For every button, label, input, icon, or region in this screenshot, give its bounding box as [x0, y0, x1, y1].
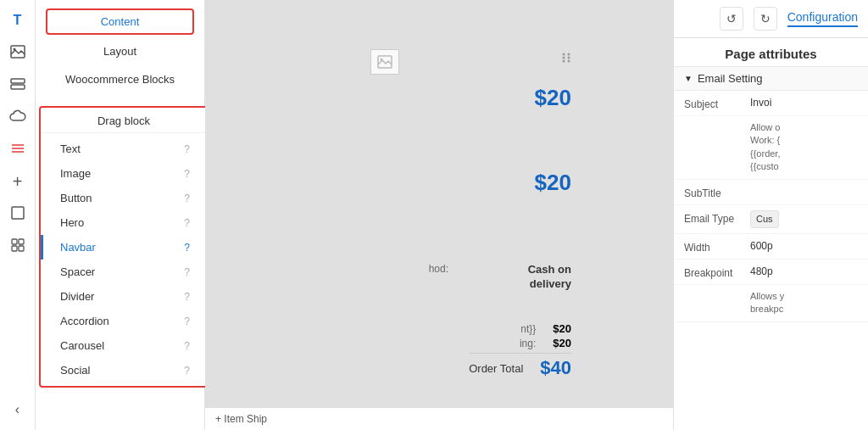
drag-item-image-label: Image	[60, 167, 181, 180]
help-icon-accordion: ?	[184, 316, 190, 327]
grid-icon	[11, 238, 25, 254]
right-panel-header: ↺ ↻ Configuration	[674, 0, 868, 38]
svg-rect-7	[12, 207, 24, 219]
breakpoint-value: 480p	[750, 265, 858, 279]
drag-item-hero[interactable]: Hero ?	[41, 210, 207, 235]
payment-method-block: hod: Cash ondelivery	[528, 263, 571, 292]
help-icon-hero: ?	[184, 217, 190, 229]
drag-item-social[interactable]: Social ?	[41, 358, 207, 383]
subject-detail-label	[684, 121, 743, 124]
config-row-subtitle: SubTitle	[674, 180, 868, 205]
config-row-email-type: Email Type Cus	[674, 205, 868, 234]
plus-icon: +	[13, 172, 23, 192]
right-panel: ↺ ↻ Configuration Page attributes ▼ Emai…	[673, 0, 868, 430]
drag-panel-list: Text ? Image ? Button ? Hero ? Navbar ? …	[41, 133, 207, 386]
drag-panel-header: Drag block	[41, 108, 207, 133]
email-type-tag: Cus	[750, 210, 779, 228]
svg-point-15	[568, 53, 570, 56]
price-value-1: $20	[535, 85, 571, 110]
left-panel: Content Layout Woocommerce Blocks Drag b…	[36, 0, 205, 430]
svg-rect-10	[12, 246, 17, 251]
drag-item-spacer-label: Spacer	[60, 265, 181, 278]
collapse-icon: ‹	[15, 402, 19, 417]
drag-item-button-label: Button	[60, 192, 181, 204]
config-row-subject-detail: Allow o Work: { {{order, {{custo	[674, 116, 868, 180]
layout-icon-btn[interactable]	[4, 71, 31, 98]
help-icon-carousel: ?	[184, 340, 190, 352]
drag-item-carousel-label: Carousel	[60, 339, 181, 352]
section-arrow-icon: ▼	[684, 74, 693, 83]
image-icon	[10, 45, 25, 61]
drag-item-carousel[interactable]: Carousel ?	[41, 333, 207, 358]
email-type-value: Cus	[750, 210, 858, 228]
image-icon-btn[interactable]	[4, 39, 31, 66]
price-value-2: $20	[535, 170, 571, 195]
email-setting-section[interactable]: ▼ Email Setting	[674, 66, 868, 91]
tab-content[interactable]: Content	[46, 8, 194, 35]
svg-rect-2	[11, 79, 25, 83]
square-icon	[11, 206, 25, 222]
drag-item-divider[interactable]: Divider ?	[41, 284, 207, 309]
help-icon-text: ?	[184, 143, 190, 155]
undo-button[interactable]: ↺	[720, 7, 743, 31]
text-icon-btn[interactable]: T	[4, 7, 31, 34]
shipping-label: ing:	[520, 338, 536, 349]
drag-item-spacer[interactable]: Spacer ?	[41, 260, 207, 284]
cloud-icon-btn[interactable]	[4, 103, 31, 131]
svg-point-16	[563, 57, 565, 59]
left-panel-tabs: Content Layout Woocommerce Blocks	[36, 0, 204, 99]
order-total-value: $40	[540, 357, 571, 379]
svg-point-18	[563, 60, 565, 63]
width-value: 600p	[750, 239, 858, 254]
grid-icon-btn[interactable]	[4, 232, 31, 260]
config-row-breakpoint: Breakpoint 480p	[674, 260, 868, 285]
config-row-breakpoint-detail: Allows y breakpc	[674, 285, 868, 322]
subject-detail-value: Allow o Work: { {{order, {{custo	[750, 121, 858, 174]
subject-value: Invoi	[750, 96, 858, 110]
help-icon-button: ?	[184, 193, 190, 204]
drag-handle-icon[interactable]	[559, 51, 573, 67]
drag-item-text[interactable]: Text ?	[41, 137, 207, 161]
add-item-label: + Item Ship	[215, 413, 267, 425]
discount-label: nt}}	[520, 323, 536, 335]
square-icon-btn[interactable]	[4, 200, 31, 227]
drag-item-text-label: Text	[60, 142, 181, 155]
collapse-icon-btn[interactable]: ‹	[4, 396, 31, 423]
redo-button[interactable]: ↻	[754, 7, 777, 31]
help-icon-navbar: ?	[184, 242, 190, 254]
help-icon-spacer: ?	[184, 266, 190, 278]
canvas-bg: $20 $20 hod: Cash ondelivery nt}} $20 in…	[205, 0, 673, 407]
redo-icon: ↻	[760, 12, 771, 25]
subject-label: Subject	[684, 96, 743, 110]
breakpoint-label: Breakpoint	[684, 265, 743, 279]
plus-icon-btn[interactable]: +	[4, 168, 31, 195]
drag-item-accordion[interactable]: Accordion ?	[41, 309, 207, 333]
width-label: Width	[684, 239, 743, 254]
drag-item-divider-label: Divider	[60, 290, 181, 303]
drag-panel: Drag block Text ? Image ? Button ? Hero …	[39, 106, 209, 388]
email-type-label: Email Type	[684, 210, 743, 225]
config-row-width: Width 600p	[674, 234, 868, 260]
svg-rect-3	[11, 85, 25, 89]
email-setting-label: Email Setting	[698, 72, 763, 85]
drag-item-navbar[interactable]: Navbar ?	[41, 235, 207, 260]
list-icon-btn[interactable]	[4, 136, 31, 163]
drag-item-button[interactable]: Button ?	[41, 186, 207, 210]
drag-item-accordion-label: Accordion	[60, 315, 181, 327]
discount-value: $20	[553, 322, 571, 335]
drag-item-image[interactable]: Image ?	[41, 161, 207, 186]
icon-sidebar: T +	[0, 0, 36, 430]
tab-layout[interactable]: Layout	[46, 40, 194, 63]
image-placeholder	[370, 49, 399, 75]
configuration-tab[interactable]: Configuration	[787, 10, 858, 27]
payment-method-label: hod:	[429, 263, 448, 275]
svg-rect-8	[12, 239, 17, 244]
text-icon: T	[14, 13, 22, 28]
page-attributes-title: Page attributes	[674, 38, 868, 66]
add-item-button[interactable]: + Item Ship	[215, 413, 267, 425]
svg-point-14	[563, 53, 565, 56]
breakpoint-detail-label	[684, 290, 743, 293]
price-display-1: $20	[535, 85, 571, 111]
layout-icon	[10, 78, 25, 92]
tab-woocommerce[interactable]: Woocommerce Blocks	[46, 68, 194, 91]
